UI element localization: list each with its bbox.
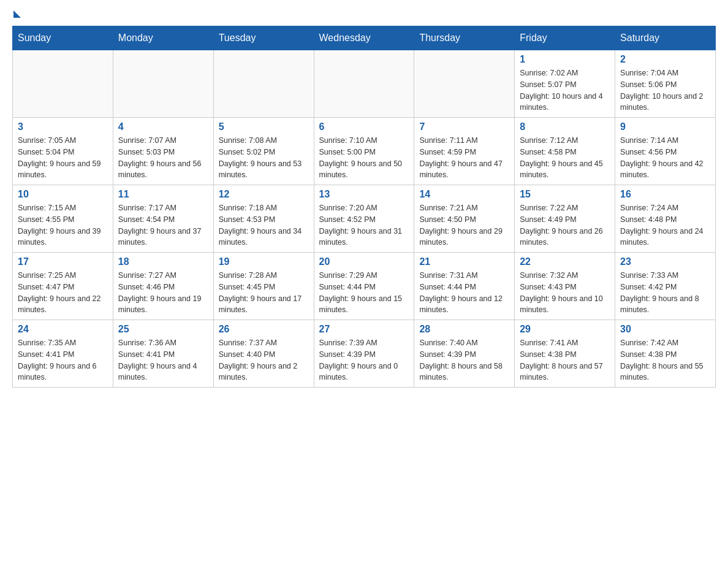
day-number: 18 <box>118 256 208 267</box>
calendar-cell: 29Sunrise: 7:41 AMSunset: 4:38 PMDayligh… <box>515 320 615 388</box>
calendar-table: SundayMondayTuesdayWednesdayThursdayFrid… <box>12 26 716 388</box>
calendar-cell: 27Sunrise: 7:39 AMSunset: 4:39 PMDayligh… <box>314 320 414 388</box>
day-info: Sunrise: 7:20 AMSunset: 4:52 PMDaylight:… <box>319 202 409 248</box>
day-number: 29 <box>520 324 610 335</box>
calendar-cell: 6Sunrise: 7:10 AMSunset: 5:00 PMDaylight… <box>314 118 414 185</box>
day-number: 15 <box>520 189 610 200</box>
day-info: Sunrise: 7:31 AMSunset: 4:44 PMDaylight:… <box>419 270 509 316</box>
day-info: Sunrise: 7:10 AMSunset: 5:00 PMDaylight:… <box>319 135 409 181</box>
weekday-header-saturday: Saturday <box>615 26 716 50</box>
day-info: Sunrise: 7:32 AMSunset: 4:43 PMDaylight:… <box>520 270 610 316</box>
day-info: Sunrise: 7:42 AMSunset: 4:38 PMDaylight:… <box>620 337 710 383</box>
day-number: 21 <box>419 256 509 267</box>
calendar-cell: 28Sunrise: 7:40 AMSunset: 4:39 PMDayligh… <box>414 320 515 388</box>
calendar-cell <box>314 50 414 118</box>
calendar-cell: 10Sunrise: 7:15 AMSunset: 4:55 PMDayligh… <box>13 185 113 253</box>
day-number: 30 <box>620 324 710 335</box>
logo-arrow-icon <box>13 10 21 18</box>
calendar-cell <box>213 50 314 118</box>
day-number: 9 <box>620 121 710 132</box>
day-number: 25 <box>118 324 208 335</box>
calendar-week-row: 3Sunrise: 7:05 AMSunset: 5:04 PMDaylight… <box>13 118 716 185</box>
day-info: Sunrise: 7:02 AMSunset: 5:07 PMDaylight:… <box>520 67 610 113</box>
day-number: 10 <box>18 189 108 200</box>
day-info: Sunrise: 7:17 AMSunset: 4:54 PMDaylight:… <box>118 202 208 248</box>
weekday-header-sunday: Sunday <box>13 26 113 50</box>
day-info: Sunrise: 7:15 AMSunset: 4:55 PMDaylight:… <box>18 202 108 248</box>
day-info: Sunrise: 7:05 AMSunset: 5:04 PMDaylight:… <box>18 135 108 181</box>
day-number: 24 <box>18 324 108 335</box>
day-number: 17 <box>18 256 108 267</box>
day-info: Sunrise: 7:35 AMSunset: 4:41 PMDaylight:… <box>18 337 108 383</box>
calendar-cell: 16Sunrise: 7:24 AMSunset: 4:48 PMDayligh… <box>615 185 716 253</box>
day-number: 6 <box>319 121 409 132</box>
calendar-cell: 15Sunrise: 7:22 AMSunset: 4:49 PMDayligh… <box>515 185 615 253</box>
calendar-cell: 23Sunrise: 7:33 AMSunset: 4:42 PMDayligh… <box>615 253 716 320</box>
day-number: 3 <box>18 121 108 132</box>
calendar-cell <box>414 50 515 118</box>
day-number: 23 <box>620 256 710 267</box>
weekday-header-wednesday: Wednesday <box>314 26 414 50</box>
day-info: Sunrise: 7:22 AMSunset: 4:49 PMDaylight:… <box>520 202 610 248</box>
day-info: Sunrise: 7:12 AMSunset: 4:58 PMDaylight:… <box>520 135 610 181</box>
calendar-cell: 7Sunrise: 7:11 AMSunset: 4:59 PMDaylight… <box>414 118 515 185</box>
day-number: 14 <box>419 189 509 200</box>
day-info: Sunrise: 7:25 AMSunset: 4:47 PMDaylight:… <box>18 270 108 316</box>
day-info: Sunrise: 7:11 AMSunset: 4:59 PMDaylight:… <box>419 135 509 181</box>
day-number: 27 <box>319 324 409 335</box>
calendar-week-row: 24Sunrise: 7:35 AMSunset: 4:41 PMDayligh… <box>13 320 716 388</box>
day-number: 28 <box>419 324 509 335</box>
calendar-cell: 24Sunrise: 7:35 AMSunset: 4:41 PMDayligh… <box>13 320 113 388</box>
day-number: 12 <box>219 189 309 200</box>
calendar-cell: 3Sunrise: 7:05 AMSunset: 5:04 PMDaylight… <box>13 118 113 185</box>
day-number: 11 <box>118 189 208 200</box>
day-number: 2 <box>620 54 710 65</box>
calendar-cell: 22Sunrise: 7:32 AMSunset: 4:43 PMDayligh… <box>515 253 615 320</box>
calendar-cell: 20Sunrise: 7:29 AMSunset: 4:44 PMDayligh… <box>314 253 414 320</box>
day-info: Sunrise: 7:33 AMSunset: 4:42 PMDaylight:… <box>620 270 710 316</box>
weekday-header-monday: Monday <box>113 26 213 50</box>
calendar-cell: 2Sunrise: 7:04 AMSunset: 5:06 PMDaylight… <box>615 50 716 118</box>
day-number: 20 <box>319 256 409 267</box>
day-info: Sunrise: 7:41 AMSunset: 4:38 PMDaylight:… <box>520 337 610 383</box>
day-info: Sunrise: 7:27 AMSunset: 4:46 PMDaylight:… <box>118 270 208 316</box>
day-number: 8 <box>520 121 610 132</box>
weekday-header-row: SundayMondayTuesdayWednesdayThursdayFrid… <box>13 26 716 50</box>
day-number: 19 <box>219 256 309 267</box>
calendar-cell: 8Sunrise: 7:12 AMSunset: 4:58 PMDaylight… <box>515 118 615 185</box>
logo <box>12 12 21 20</box>
day-info: Sunrise: 7:28 AMSunset: 4:45 PMDaylight:… <box>219 270 309 316</box>
page-header <box>12 12 716 20</box>
calendar-cell: 4Sunrise: 7:07 AMSunset: 5:03 PMDaylight… <box>113 118 213 185</box>
calendar-cell: 17Sunrise: 7:25 AMSunset: 4:47 PMDayligh… <box>13 253 113 320</box>
day-info: Sunrise: 7:04 AMSunset: 5:06 PMDaylight:… <box>620 67 710 113</box>
day-number: 16 <box>620 189 710 200</box>
day-number: 5 <box>219 121 309 132</box>
day-info: Sunrise: 7:08 AMSunset: 5:02 PMDaylight:… <box>219 135 309 181</box>
calendar-week-row: 1Sunrise: 7:02 AMSunset: 5:07 PMDaylight… <box>13 50 716 118</box>
day-number: 1 <box>520 54 610 65</box>
calendar-cell: 9Sunrise: 7:14 AMSunset: 4:56 PMDaylight… <box>615 118 716 185</box>
day-number: 22 <box>520 256 610 267</box>
day-info: Sunrise: 7:07 AMSunset: 5:03 PMDaylight:… <box>118 135 208 181</box>
calendar-cell: 19Sunrise: 7:28 AMSunset: 4:45 PMDayligh… <box>213 253 314 320</box>
weekday-header-friday: Friday <box>515 26 615 50</box>
day-info: Sunrise: 7:18 AMSunset: 4:53 PMDaylight:… <box>219 202 309 248</box>
day-info: Sunrise: 7:24 AMSunset: 4:48 PMDaylight:… <box>620 202 710 248</box>
calendar-cell <box>13 50 113 118</box>
day-number: 7 <box>419 121 509 132</box>
calendar-cell: 1Sunrise: 7:02 AMSunset: 5:07 PMDaylight… <box>515 50 615 118</box>
day-info: Sunrise: 7:21 AMSunset: 4:50 PMDaylight:… <box>419 202 509 248</box>
day-info: Sunrise: 7:29 AMSunset: 4:44 PMDaylight:… <box>319 270 409 316</box>
calendar-cell <box>113 50 213 118</box>
calendar-cell: 21Sunrise: 7:31 AMSunset: 4:44 PMDayligh… <box>414 253 515 320</box>
calendar-cell: 11Sunrise: 7:17 AMSunset: 4:54 PMDayligh… <box>113 185 213 253</box>
calendar-cell: 25Sunrise: 7:36 AMSunset: 4:41 PMDayligh… <box>113 320 213 388</box>
calendar-cell: 13Sunrise: 7:20 AMSunset: 4:52 PMDayligh… <box>314 185 414 253</box>
day-number: 26 <box>219 324 309 335</box>
day-info: Sunrise: 7:14 AMSunset: 4:56 PMDaylight:… <box>620 135 710 181</box>
day-info: Sunrise: 7:37 AMSunset: 4:40 PMDaylight:… <box>219 337 309 383</box>
day-info: Sunrise: 7:39 AMSunset: 4:39 PMDaylight:… <box>319 337 409 383</box>
calendar-cell: 12Sunrise: 7:18 AMSunset: 4:53 PMDayligh… <box>213 185 314 253</box>
calendar-week-row: 17Sunrise: 7:25 AMSunset: 4:47 PMDayligh… <box>13 253 716 320</box>
